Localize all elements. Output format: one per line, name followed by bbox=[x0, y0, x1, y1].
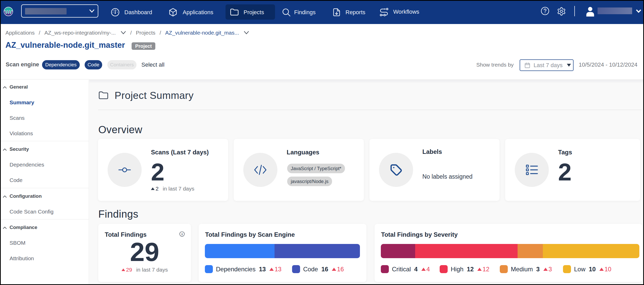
svg-text:i: i bbox=[182, 232, 183, 236]
